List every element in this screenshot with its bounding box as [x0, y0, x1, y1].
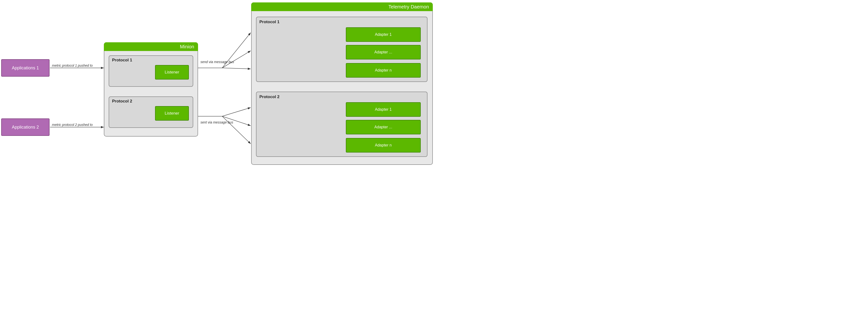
minion-protocol1-label: Protocol 1 — [112, 58, 132, 63]
application-2-label: Applications 2 — [12, 125, 39, 130]
telemetry-protocol1-adapter2-label: Adapter ... — [374, 50, 392, 54]
minion-protocol2-box: Protocol 2 Listener — [109, 96, 193, 128]
telemetry-protocol2-adapter3-label: Adapter n — [375, 143, 392, 147]
telemetry-protocol1-adapter3-label: Adapter n — [375, 68, 392, 73]
minion-protocol1-box: Protocol 1 Listener — [109, 55, 193, 87]
telemetry-protocol2-adapter2-label: Adapter ... — [374, 125, 392, 129]
telemetry-protocol2-box: Protocol 2 Adapter 1 Adapter ... Adapter… — [256, 92, 428, 157]
minion-protocol1-listener-label: Listener — [165, 70, 179, 75]
application-1-box: Applications 1 — [1, 59, 50, 77]
svg-line-8 — [222, 68, 251, 69]
telemetry-protocol2-label: Protocol 2 — [259, 94, 279, 99]
minion-protocol2-label: Protocol 2 — [112, 99, 132, 104]
minion-protocol2-listener-label: Listener — [165, 111, 179, 116]
telemetry-protocol1-box: Protocol 1 Adapter 1 Adapter ... Adapter… — [256, 17, 428, 82]
diagram-container: Applications 1 metric protocol 1 pushed … — [0, 0, 434, 167]
telemetry-protocol2-adapter1: Adapter 1 — [346, 102, 421, 117]
telemetry-protocol1-label: Protocol 1 — [259, 20, 279, 24]
minion-container: Minion Protocol 1 Listener Protocol 2 Li… — [104, 42, 198, 137]
telemetry-container: Telemetry Daemon Protocol 1 Adapter 1 Ad… — [251, 2, 433, 165]
telemetry-protocol2-adapter2: Adapter ... — [346, 120, 421, 134]
arrow2-label: metric protocol 2 pushed to — [52, 123, 93, 127]
bus-label1: send via message bus — [200, 60, 234, 64]
telemetry-protocol1-adapter1: Adapter 1 — [346, 27, 421, 42]
bus-label2: sent via message bus — [200, 120, 233, 124]
svg-line-10 — [222, 108, 251, 116]
minion-protocol2-listener: Listener — [155, 106, 189, 121]
application-2-box: Applications 2 — [1, 118, 50, 136]
application-1-label: Applications 1 — [12, 65, 39, 71]
telemetry-header: Telemetry Daemon — [251, 2, 433, 11]
telemetry-protocol2-adapter3: Adapter n — [346, 138, 421, 152]
telemetry-protocol1-adapter1-label: Adapter 1 — [375, 32, 392, 37]
telemetry-protocol1-adapter2: Adapter ... — [346, 45, 421, 59]
telemetry-protocol1-adapter3: Adapter n — [346, 63, 421, 78]
minion-header: Minion — [104, 42, 198, 51]
minion-label: Minion — [180, 44, 194, 50]
svg-line-7 — [222, 51, 251, 68]
telemetry-label: Telemetry Daemon — [389, 4, 429, 10]
minion-protocol1-listener: Listener — [155, 65, 189, 80]
arrow1-label: metric protocol 1 pushed to — [52, 63, 93, 67]
telemetry-protocol2-adapter1-label: Adapter 1 — [375, 107, 392, 112]
